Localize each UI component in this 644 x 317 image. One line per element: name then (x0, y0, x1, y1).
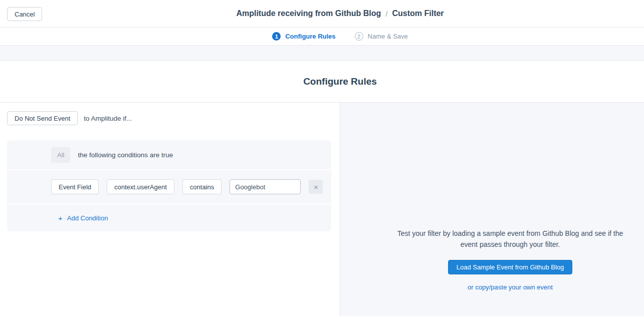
title-section: Configure Rules (0, 61, 644, 103)
close-icon: × (314, 183, 318, 191)
condition-operator-button[interactable]: contains (182, 179, 222, 194)
condition-field-button[interactable]: context.userAgent (107, 179, 174, 194)
breadcrumb: Amplitude receiving from Github Blog / C… (36, 0, 644, 27)
header-strip (0, 46, 644, 61)
filter-action-row: Do Not Send Event to Amplitude if... (7, 111, 340, 125)
test-filter-panel: Test your filter by loading a sample eve… (340, 103, 644, 316)
condition-value-input[interactable] (230, 179, 301, 194)
filter-action-suffix: to Amplitude if... (84, 115, 132, 122)
condition-type-button[interactable]: Event Field (51, 179, 99, 194)
remove-condition-button[interactable]: × (309, 180, 323, 194)
load-sample-event-button[interactable]: Load Sample Event from Github Blog (448, 260, 573, 274)
add-condition-button[interactable]: + Add Condition (58, 214, 108, 222)
top-bar: Cancel Amplitude receiving from Github B… (0, 0, 644, 28)
step-configure-rules[interactable]: 1 Configure Rules (272, 32, 335, 41)
step-1-number-icon: 1 (272, 32, 281, 41)
group-operator-row: All the following conditions are true (7, 140, 331, 169)
main-content: Do Not Send Event to Amplitude if... All… (0, 103, 644, 316)
group-operator-badge[interactable]: All (51, 147, 70, 163)
plus-icon: + (58, 214, 63, 222)
breadcrumb-separator: / (385, 10, 387, 18)
breadcrumb-primary: Amplitude receiving from Github Blog (236, 9, 381, 18)
step-1-label: Configure Rules (285, 33, 335, 40)
test-description: Test your filter by loading a sample eve… (389, 228, 631, 250)
step-name-and-save[interactable]: 2 Name & Save (355, 32, 408, 41)
add-condition-label: Add Condition (67, 214, 108, 222)
page-title: Configure Rules (303, 76, 377, 87)
add-condition-row: + Add Condition (7, 203, 331, 231)
paste-own-event-link[interactable]: or copy/paste your own event (468, 283, 553, 291)
step-2-label: Name & Save (368, 33, 408, 40)
step-2-number-icon: 2 (355, 32, 363, 41)
conditions-group: All the following conditions are true Ev… (7, 140, 331, 231)
filter-action-button[interactable]: Do Not Send Event (7, 111, 78, 125)
steps-bar: 1 Configure Rules 2 Name & Save (0, 28, 644, 46)
group-operator-suffix: the following conditions are true (78, 151, 173, 159)
rule-builder-panel: Do Not Send Event to Amplitude if... All… (0, 103, 340, 316)
condition-row: Event Field context.userAgent contains × (7, 169, 331, 203)
breadcrumb-secondary: Custom Filter (392, 9, 444, 18)
